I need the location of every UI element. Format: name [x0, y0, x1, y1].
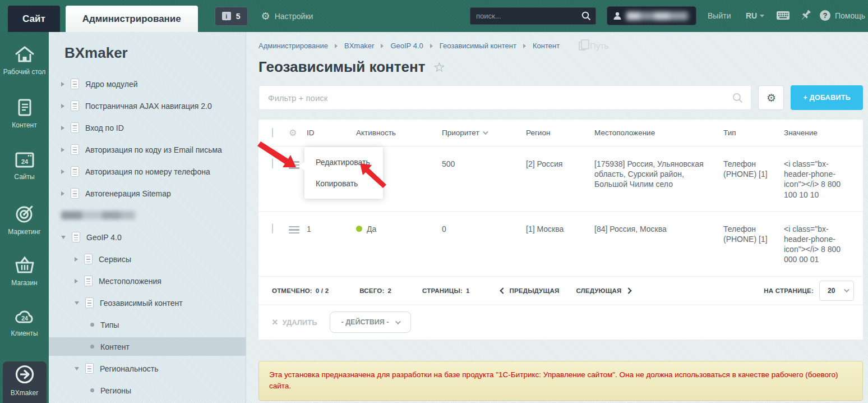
column-header-region[interactable]: Регион [526, 129, 594, 137]
menu-item-sitemap[interactable]: Автогенерация Sitemap [49, 182, 246, 204]
search-icon[interactable] [732, 93, 743, 103]
cell-type: Телефон (PHONE) [1] [723, 159, 784, 179]
notification-count: 5 [236, 12, 241, 21]
column-header-active[interactable]: Активность [356, 129, 442, 137]
question-icon: ? [820, 10, 830, 21]
context-menu-item-copy[interactable]: Копировать [304, 173, 383, 194]
menu-item-ajax-nav[interactable]: Постраничная AJAX навигация 2.0 [49, 95, 246, 117]
column-header-priority[interactable]: Приоритет [442, 129, 526, 137]
bullet-icon [90, 345, 94, 349]
user-menu[interactable] [607, 6, 696, 25]
menu-item-label: Вход по ID [85, 123, 124, 132]
per-page-select[interactable]: 20 [819, 281, 854, 301]
row-checkbox[interactable] [272, 158, 273, 168]
sidebar-item-desktop[interactable]: Рабочий стол [2, 45, 47, 98]
columns-gear-icon[interactable]: ⚙ [289, 128, 297, 138]
menu-item-label: Геозависимый контент [100, 299, 183, 308]
next-page-link[interactable]: СЛЕДУЮЩАЯ [576, 287, 630, 294]
menu-item-label: Регионы [100, 386, 131, 395]
search-icon[interactable] [581, 11, 591, 21]
grid-settings-button[interactable]: ⚙ [758, 85, 784, 110]
chevron-right-icon [61, 82, 64, 86]
chevron-down-icon [75, 367, 79, 370]
marketing-target-icon [15, 204, 35, 224]
cell-region: [2] Россия [526, 159, 594, 169]
menu-item-types[interactable]: Типы [49, 314, 246, 336]
menu-item-login-by-id[interactable]: Вход по ID [49, 117, 246, 139]
svg-text:24: 24 [21, 158, 28, 165]
user-name-redacted [626, 12, 688, 20]
settings-button[interactable]: ⚙ Настройки [261, 11, 313, 21]
per-page-label: НА СТРАНИЦЕ: [764, 287, 814, 294]
menu-item-redacted[interactable] [49, 204, 246, 226]
breadcrumb-link[interactable]: Геозависимый контент [440, 42, 516, 50]
sidebar-item-bxmaker[interactable]: BXmaker [3, 361, 47, 403]
menu-item-regionality[interactable]: Региональность [49, 358, 246, 379]
keyboard-icon[interactable] [776, 10, 790, 21]
prev-page-link[interactable]: ПРЕДЫДУЩАЯ [501, 287, 560, 294]
breadcrumb-link[interactable]: Администрирование [258, 42, 328, 50]
notifications-button[interactable]: i 5 [215, 7, 248, 26]
tab-site[interactable]: Сайт [8, 6, 60, 32]
bxmaker-arrow-icon [14, 364, 35, 385]
menu-item-locations[interactable]: Местоположения [49, 270, 246, 292]
sidebar-item-clients[interactable]: 24 Клиенты [2, 309, 47, 361]
menu-item-content-selected[interactable]: Контент [49, 337, 246, 356]
column-header-value[interactable]: Значение [784, 129, 863, 137]
menu-title: BXmaker [64, 44, 246, 62]
document-icon [84, 276, 93, 286]
menu-item-core[interactable]: Ядро модулей [49, 73, 246, 95]
menu-item-geoip[interactable]: GeoIP 4.0 [49, 226, 246, 248]
actions-dropdown[interactable]: - ДЕЙСТВИЯ - [330, 312, 412, 333]
delete-button[interactable]: × УДАЛИТЬ [272, 317, 317, 327]
main-content: Администрирование BXmaker GeoIP 4.0 Геоз… [246, 32, 868, 403]
active-status-dot [356, 226, 362, 232]
select-all-checkbox[interactable] [272, 128, 273, 138]
column-header-type[interactable]: Тип [723, 129, 784, 137]
language-selector[interactable]: RU [746, 11, 764, 20]
sidebar-item-shop[interactable]: Магазин [2, 256, 47, 309]
menu-item-phone-auth[interactable]: Авторизация по номеру телефона [49, 161, 246, 182]
topbar-search-input[interactable] [470, 12, 581, 20]
favorite-star-icon[interactable]: ☆ [433, 61, 445, 74]
topbar: Сайт Администрирование i 5 ⚙ Настройки В… [0, 0, 868, 32]
menu-item-label: Типы [100, 320, 119, 329]
column-header-id[interactable]: ID [307, 129, 356, 137]
sidebar-item-content[interactable]: Контент [2, 98, 47, 151]
sidebar-item-marketing[interactable]: Маркетинг [2, 204, 47, 257]
help-button[interactable]: ? Помощь [820, 10, 865, 21]
path-button[interactable]: Путь [579, 41, 608, 51]
column-header-location[interactable]: Местоположение [594, 129, 723, 137]
chevron-right-icon [75, 257, 78, 262]
row-checkbox[interactable] [272, 223, 273, 233]
menu-item-label: Контент [100, 342, 130, 351]
document-icon [72, 232, 80, 242]
row-menu-icon[interactable] [289, 226, 299, 234]
menu-item-email-auth[interactable]: Авторизация по коду из Email письма [49, 139, 246, 161]
cell-active: Да [356, 224, 442, 234]
document-icon [71, 100, 79, 111]
breadcrumb-link[interactable]: GeoIP 4.0 [390, 42, 423, 50]
info-bubble-icon: i [222, 12, 231, 20]
row-menu-icon[interactable] [289, 161, 299, 169]
bullet-icon [90, 388, 94, 392]
pin-icon[interactable] [800, 8, 812, 22]
menu-item-label: Ядро модулей [85, 80, 137, 89]
copy-icon [579, 42, 586, 51]
logout-link[interactable]: Выйти [708, 11, 731, 20]
menu-item-regions[interactable]: Регионы [49, 379, 246, 401]
gear-icon: ⚙ [261, 11, 270, 21]
add-button[interactable]: + ДОБАВИТЬ [791, 85, 863, 110]
breadcrumb-link[interactable]: Контент [533, 42, 560, 50]
tab-administration[interactable]: Администрирование [66, 6, 198, 32]
sidebar-item-sites[interactable]: 24 Сайты [2, 151, 47, 204]
help-label: Помощь [835, 11, 865, 20]
path-label: Путь [590, 41, 608, 51]
filter-search-input[interactable] [259, 93, 732, 103]
cell-id: 1 [307, 224, 356, 234]
total-label: ВСЕГО: [359, 287, 384, 294]
menu-item-geo-content[interactable]: Геозависимый контент [49, 292, 246, 314]
breadcrumb-link[interactable]: BXmaker [344, 42, 374, 50]
menu-item-services[interactable]: Сервисы [49, 248, 246, 270]
context-menu-item-edit[interactable]: Редактировать [304, 152, 383, 173]
